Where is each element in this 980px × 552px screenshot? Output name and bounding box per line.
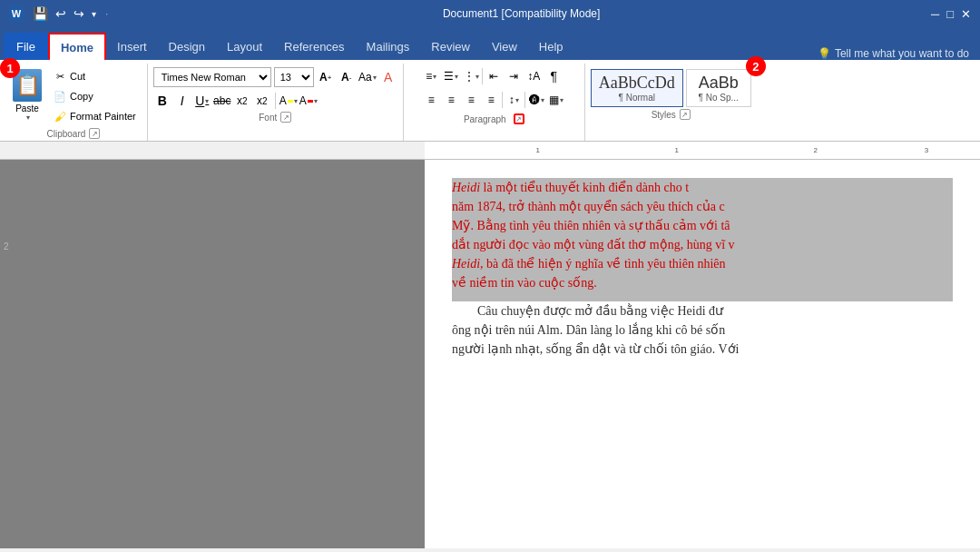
paragraph-row2: ≡ ≡ ≡ ≡ ↕▾ 🅐▾ ▦▾ [422,91,565,109]
cut-label: Cut [70,71,85,82]
italic-button[interactable]: I [173,92,191,110]
tell-me-bar[interactable]: 💡 Tell me what you want to do [810,47,976,60]
font-family-select[interactable]: Times New Roman [153,67,271,87]
para2-text-3: người lạnh nhạt, sống ẩn dật và từ chối … [452,342,739,356]
borders-button[interactable]: ▦▾ [547,91,565,109]
maximize-button[interactable]: □ [946,7,954,21]
font-group: Times New Roman 13 A+ A- Aa▾ A B I U▾ ab… [148,64,404,141]
format-painter-button[interactable]: 🖌 Format Painter [49,107,140,125]
decrease-indent-button[interactable]: ⇤ [485,67,503,85]
align-right-button[interactable]: ≡ [462,91,480,109]
show-marks-button[interactable]: ¶ [544,67,563,85]
paragraph-1d: dắt người đọc vào một vùng đất thơ mộng,… [452,235,953,254]
para1-text-6: , bà đã thể hiện ý nghĩa về tình yêu thi… [480,257,725,271]
lightbulb-icon: 💡 [818,47,831,60]
copy-button[interactable]: 📄 Copy [49,87,140,105]
paragraph-1b: năm 1874, trở thành một quyển sách yêu t… [452,197,953,216]
para2-text-1: Câu chuyện được mở đầu bằng việc Heidi đ… [477,304,723,318]
tab-review[interactable]: Review [420,33,481,60]
doc-sidebar: 2 [0,160,425,548]
tab-home[interactable]: Home [48,33,106,60]
strikethrough-button[interactable]: abc [213,92,231,110]
styles-group: 2 AaBbCcDd ¶ Normal AaBb ¶ No Sp... Styl… [585,64,757,141]
para1-text-3: năm 1874, trở thành một quyển sách yêu t… [452,200,725,213]
style-no-spacing[interactable]: AaBb ¶ No Sp... [686,69,751,107]
paste-dropdown-arrow[interactable]: ▾ [26,113,30,122]
para-sep2 [502,92,503,108]
change-case-button[interactable]: Aa▾ [358,68,377,86]
clipboard-content: 1 📋 Paste ▾ ✂ Cut 📄 Copy [7,65,140,126]
document-title: Document1 [Compatibility Mode] [443,7,600,20]
title-bar: W 💾 ↩ ↪ ▾ · Document1 [Compatibility Mod… [0,0,980,27]
align-left-button[interactable]: ≡ [422,91,440,109]
text-highlight-button[interactable]: A▾ [279,92,298,110]
styles-expand-button[interactable]: ↗ [680,109,691,120]
superscript-button[interactable]: x2 [253,92,271,110]
sidebar-numbers: 2 [4,169,9,251]
sort-button[interactable]: ↕A [524,67,543,85]
heidi-text-2: Heidi [452,257,480,271]
styles-gallery-content: AaBbCcDd ¶ Normal AaBb ¶ No Sp... [591,65,751,107]
para2-text-2: ông nội trên núi Alm. Dân làng lo lắng k… [452,323,725,337]
style-normal-label: ¶ Normal [619,93,655,103]
font-color-button[interactable]: A▾ [299,92,318,110]
font-expand-button[interactable]: ↗ [280,112,291,123]
font-label: Font ↗ [153,110,397,124]
paragraph-1: Heidi là một tiểu thuyết kinh điển dành … [452,178,953,197]
para-sep1 [482,68,483,84]
paragraph-label: Paragraph ↗ [409,112,579,126]
clipboard-expand-button[interactable]: ↗ [89,128,100,139]
minimize-button[interactable]: ─ [931,7,939,21]
paste-label: Paste [15,104,39,113]
heidi-text-1: Heidi [452,181,480,194]
undo-button[interactable]: ↩ [54,5,68,23]
document-page[interactable]: Heidi là một tiểu thuyết kinh điển dành … [425,160,980,548]
para-sep3 [524,92,525,108]
quick-access-dropdown[interactable]: ▾ [90,7,98,21]
annotation-2: 2 [746,56,766,76]
tab-design[interactable]: Design [158,33,216,60]
font-shrink-button[interactable]: A- [338,68,356,86]
font-top-row: Times New Roman 13 A+ A- Aa▾ A [153,67,397,87]
font-format-row: B I U▾ abc x2 x2 A▾ A▾ [153,92,397,110]
tab-insert[interactable]: Insert [106,33,158,60]
title-bar-left: W 💾 ↩ ↪ ▾ · [9,5,112,23]
bold-button[interactable]: B [153,92,172,110]
save-button[interactable]: 💾 [31,5,50,23]
tab-layout[interactable]: Layout [216,33,273,60]
tab-file[interactable]: File [4,33,48,60]
cut-button[interactable]: ✂ Cut [49,67,140,85]
font-size-select[interactable]: 13 [274,67,314,87]
tab-mailings[interactable]: Mailings [356,33,421,60]
para1-text-4: Mỹ. Bằng tình yêu thiên nhiên và sự thấu… [452,219,730,232]
ribbon: 1 📋 Paste ▾ ✂ Cut 📄 Copy [0,60,980,142]
tab-help[interactable]: Help [528,33,574,60]
margin-marker-2: 2 [4,242,9,251]
tab-references[interactable]: References [273,33,355,60]
numbered-list-button[interactable]: ☰▾ [442,67,460,85]
align-center-button[interactable]: ≡ [442,91,460,109]
justify-button[interactable]: ≡ [482,91,500,109]
tab-view[interactable]: View [481,33,528,60]
underline-button[interactable]: U▾ [193,92,211,110]
style-normal[interactable]: AaBbCcDd ¶ Normal [591,69,683,107]
paragraph-expand-button[interactable]: ↗ [514,113,524,124]
annotation-1: 1 [0,58,20,78]
clear-format-button[interactable]: A [379,68,397,86]
increase-indent-button[interactable]: ⇥ [505,67,523,85]
style-no-spacing-text: AaBb [699,74,739,93]
paragraph-1f: về niềm tin vào cuộc sống. [452,273,953,301]
paragraph-1c: Mỹ. Bằng tình yêu thiên nhiên và sự thấu… [452,216,953,235]
style-normal-text: AaBbCcDd [599,74,675,93]
ruler-inner: 1 1 2 3 [425,142,980,159]
shading-button[interactable]: 🅐▾ [527,91,545,109]
multilevel-list-button[interactable]: ⋮▾ [462,67,480,85]
para1-text-7: về niềm tin vào cuộc sống. [452,276,597,290]
redo-button[interactable]: ↪ [72,5,86,23]
bullet-list-button[interactable]: ≡▾ [422,67,440,85]
font-separator [275,93,276,109]
line-spacing-button[interactable]: ↕▾ [505,91,523,109]
subscript-button[interactable]: x2 [233,92,251,110]
font-grow-button[interactable]: A+ [317,68,335,86]
close-button[interactable]: ✕ [961,7,971,21]
